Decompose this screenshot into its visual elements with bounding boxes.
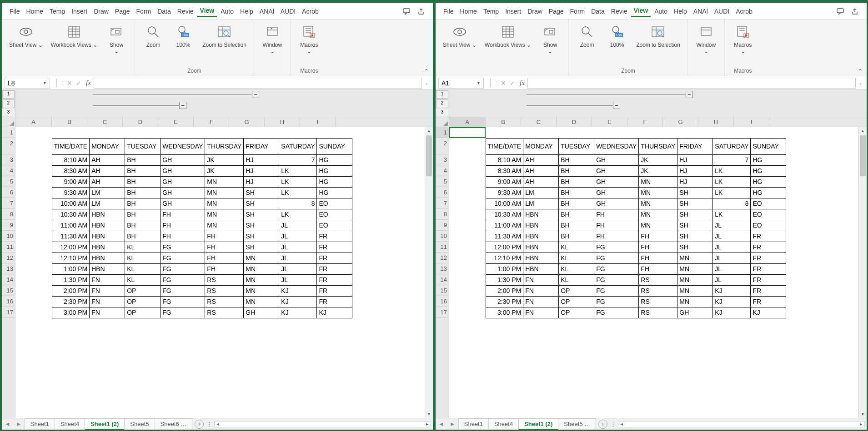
outline-level-1[interactable]: 1 [2,90,15,99]
table-cell[interactable]: SH [677,187,713,198]
table-cell[interactable]: 1:00 PM [486,263,523,274]
table-cell[interactable]: SH [244,209,279,220]
table-cell[interactable]: AH [90,176,125,187]
table-cell[interactable]: SH [677,198,713,209]
table-cell[interactable]: HJ [677,176,713,187]
col-header-D[interactable]: D [123,117,158,127]
table-cell[interactable]: HJ [244,154,279,165]
table-cell[interactable]: RS [639,274,677,285]
row-header-9[interactable]: 9 [436,220,449,231]
menu-insert[interactable]: Insert [502,6,524,17]
zoom-selection-button[interactable]: Zoom to Selection [634,22,682,50]
sheet-nav-prev[interactable]: ◄ [436,421,447,427]
show-button[interactable]: Show⌄ [104,22,129,57]
table-header-cell[interactable]: TIME/DATE [486,138,523,154]
row-headers[interactable]: 1234567891011121314151617 [436,127,449,418]
sheet-nav-next[interactable]: ► [447,421,458,427]
table-cell[interactable]: BH [125,209,161,220]
menu-help[interactable]: Help [237,6,256,17]
col-header-D[interactable]: D [557,117,592,127]
macros-button[interactable]: Macros⌄ [296,22,322,57]
scroll-up-icon[interactable]: ▲ [425,127,433,134]
collapse-ribbon-icon[interactable]: ⌃ [424,68,429,75]
menu-page[interactable]: Page [546,6,567,17]
table-cell[interactable]: HBN [90,220,125,231]
table-cell[interactable]: AH [523,176,559,187]
table-cell[interactable]: MN [639,187,677,198]
table-cell[interactable]: FN [523,285,559,296]
table-cell[interactable]: 10:30 AM [52,209,90,220]
table-cell[interactable]: MN [677,274,713,285]
table-cell[interactable]: MN [677,296,713,307]
menu-temp[interactable]: Temp [47,6,68,17]
table-cell[interactable]: KJ [713,307,751,318]
table-cell[interactable]: LK [713,209,751,220]
table-cell[interactable]: HBN [90,263,125,274]
table-cell[interactable]: FR [317,274,352,285]
col-header-G[interactable]: G [663,117,698,127]
row-header-6[interactable]: 6 [436,187,449,198]
row-header-1[interactable]: 1 [2,127,15,138]
col-header-H[interactable]: H [698,117,734,127]
table-cell[interactable]: JL [713,220,751,231]
sheet-view-button[interactable]: Sheet View ⌄ [7,22,45,50]
row-header-17[interactable]: 17 [2,307,15,318]
table-cell[interactable]: LK [279,165,317,176]
table-cell[interactable]: MN [639,220,677,231]
table-cell[interactable]: HG [317,154,352,165]
row-header-12[interactable]: 12 [2,253,15,263]
table-cell[interactable]: JL [279,263,317,274]
expand-formula-icon[interactable]: ⌄ [425,80,431,85]
table-cell[interactable]: JK [205,154,244,165]
table-cell[interactable]: 7 [279,154,317,165]
row-header-13[interactable]: 13 [436,263,449,274]
table-cell[interactable]: HJ [244,165,279,176]
table-cell[interactable]: OP [125,307,161,318]
table-cell[interactable]: 11:30 AM [52,231,90,242]
table-cell[interactable]: FH [205,231,244,242]
table-cell[interactable]: RS [639,296,677,307]
table-cell[interactable]: GH [161,165,205,176]
table-cell[interactable]: FN [523,307,559,318]
table-cell[interactable]: JL [279,274,317,285]
table-cell[interactable]: BH [125,154,161,165]
menu-file[interactable]: File [441,6,457,17]
table-cell[interactable]: MN [244,285,279,296]
share-icon[interactable] [416,6,426,17]
row-header-4[interactable]: 4 [436,165,449,176]
table-cell[interactable]: RS [205,274,244,285]
menu-auto[interactable]: Auto [652,6,670,17]
table-cell[interactable]: FN [90,296,125,307]
menu-acrob[interactable]: Acrob [299,6,321,17]
table-cell[interactable]: LM [90,187,125,198]
sheet-tab[interactable]: Sheet1 [25,418,55,429]
table-cell[interactable]: 11:30 AM [486,231,523,242]
table-cell[interactable]: FR [751,253,786,263]
comments-icon[interactable] [401,6,412,17]
row-header-10[interactable]: 10 [2,231,15,242]
table-cell[interactable]: 9:30 AM [486,187,523,198]
comments-icon[interactable] [835,6,846,17]
table-cell[interactable]: FR [317,285,352,296]
fx-icon[interactable]: fx [520,79,525,87]
table-cell[interactable]: FH [639,253,677,263]
table-cell[interactable]: 1:00 PM [52,263,90,274]
table-header-cell[interactable]: MONDAY [90,138,125,154]
row-header-17[interactable]: 17 [436,307,449,318]
table-cell[interactable]: MN [677,253,713,263]
row-header-8[interactable]: 8 [436,209,449,220]
table-cell[interactable]: GH [594,187,639,198]
table-cell[interactable]: 1:30 PM [52,274,90,285]
row-header-2[interactable]: 2 [436,138,449,154]
table-header-cell[interactable]: SUNDAY [751,138,786,154]
table-cell[interactable]: 8:10 AM [486,154,523,165]
table-cell[interactable]: MN [677,285,713,296]
table-cell[interactable]: HBN [90,231,125,242]
table-cell[interactable]: FG [161,263,205,274]
row-header-8[interactable]: 8 [2,209,15,220]
table-cell[interactable]: HJ [677,165,713,176]
sheet-tab[interactable]: Sheet1 [458,418,489,429]
table-cell[interactable]: AH [523,154,559,165]
table-cell[interactable]: FR [751,274,786,285]
table-cell[interactable]: EO [317,209,352,220]
